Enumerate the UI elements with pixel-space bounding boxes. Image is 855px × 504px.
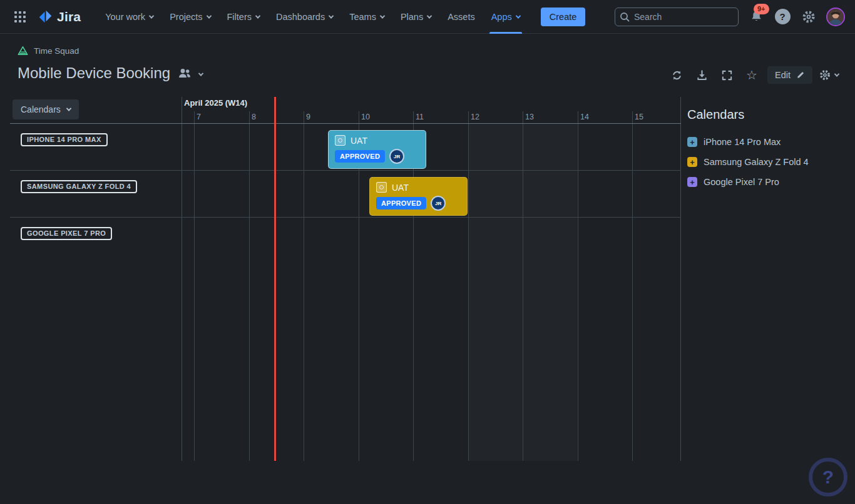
day-label: 15 <box>635 113 643 121</box>
app-switcher-icon[interactable] <box>10 7 30 27</box>
chevron-down-icon <box>255 13 260 18</box>
nav-item-projects[interactable]: Projects <box>161 0 218 34</box>
chevron-down-icon <box>427 13 432 18</box>
booking-event-samsung[interactable]: UAT APPROVED JR <box>369 177 468 216</box>
calendar-item-iphone[interactable]: + iPhone 14 Pro Max <box>687 132 844 152</box>
day-gridline <box>632 111 633 461</box>
nav-item-label: Your work <box>105 12 145 22</box>
jira-logo-icon <box>38 9 53 24</box>
calendar-item-label: Google Pixel 7 Pro <box>704 177 779 187</box>
row-divider <box>10 217 681 218</box>
question-mark-icon: ? <box>775 9 791 24</box>
refresh-button[interactable] <box>667 66 686 84</box>
user-avatar[interactable] <box>826 8 845 26</box>
jira-calendar-page: Jira Your work Projects Filters Dashboar… <box>0 0 855 504</box>
nav-item-filters[interactable]: Filters <box>219 0 268 34</box>
chevron-down-icon <box>329 13 334 18</box>
notifications-button[interactable]: 9+ <box>747 8 765 26</box>
chevron-down-icon <box>834 71 839 76</box>
settings-button[interactable] <box>800 8 817 26</box>
day-label: 9 <box>306 113 310 121</box>
logo-text: Jira <box>57 9 81 24</box>
fullscreen-button[interactable] <box>717 66 736 84</box>
today-marker-line <box>274 97 276 461</box>
day-gridline <box>578 111 578 461</box>
month-label: April 2025 (W14) <box>184 98 247 108</box>
event-header: UAT <box>335 135 419 146</box>
nav-item-teams[interactable]: Teams <box>341 0 392 34</box>
calendar-item-pixel[interactable]: + Google Pixel 7 Pro <box>687 172 844 192</box>
favorite-button[interactable]: ☆ <box>742 66 761 84</box>
jira-logo[interactable]: Jira <box>38 9 81 24</box>
day-label: 11 <box>416 113 424 121</box>
header-actions: ☆ Edit <box>667 66 839 84</box>
people-icon[interactable] <box>178 68 192 79</box>
day-label: 8 <box>252 113 256 121</box>
board-settings-button[interactable] <box>819 69 839 81</box>
help-button[interactable]: ? <box>774 8 791 26</box>
nav-item-your-work[interactable]: Your work <box>97 0 161 34</box>
nav-item-dashboards[interactable]: Dashboards <box>268 0 341 34</box>
event-title: UAT <box>392 183 409 193</box>
day-gridline <box>468 111 469 461</box>
timeline-board: April 2025 (W14) 7 8 9 10 11 12 13 14 15… <box>0 97 683 461</box>
calendar-item-label: iPhone 14 Pro Max <box>704 137 781 147</box>
gear-icon <box>801 9 816 24</box>
breadcrumb[interactable]: Time Squad <box>18 46 79 56</box>
nav-item-assets[interactable]: Assets <box>439 0 483 34</box>
resource-row-label: GOOGLE PIXEL 7 PRO <box>21 227 112 240</box>
nav-right-cluster: 9+ ? <box>615 8 845 26</box>
project-triangle-icon <box>18 46 28 56</box>
search-input[interactable] <box>615 8 739 26</box>
day-gridline <box>523 111 523 461</box>
star-icon: ☆ <box>746 69 757 81</box>
search-icon <box>620 12 630 22</box>
day-gridline <box>249 111 250 461</box>
assignee-avatar[interactable]: JR <box>431 196 446 211</box>
pencil-icon <box>796 71 805 79</box>
nav-item-label: Filters <box>227 12 252 22</box>
export-button[interactable] <box>692 66 711 84</box>
floating-help-button[interactable]: ? <box>809 458 847 496</box>
search-box <box>615 8 739 26</box>
question-mark-icon: ? <box>822 466 834 488</box>
calendar-item-label: Samsung Galaxy Z Fold 4 <box>704 157 809 167</box>
calendar-item-samsung[interactable]: + Samsung Galaxy Z Fold 4 <box>687 152 844 172</box>
calendars-sidebar-heading: Calendars <box>687 108 844 122</box>
edit-button[interactable]: Edit <box>767 66 812 84</box>
resource-row-label: IPHONE 14 PRO MAX <box>21 133 108 146</box>
nav-item-label: Dashboards <box>276 12 325 22</box>
event-header: UAT <box>376 182 461 193</box>
asset-object-icon <box>376 182 387 193</box>
nav-item-label: Projects <box>170 12 202 22</box>
fullscreen-icon <box>721 69 733 81</box>
booking-event-iphone[interactable]: UAT APPROVED JR <box>328 130 426 169</box>
chevron-down-icon <box>206 13 211 18</box>
weekend-column <box>468 124 523 461</box>
page-title: Mobile Device Booking <box>18 64 170 82</box>
avatar-photo <box>827 9 844 25</box>
primary-nav: Your work Projects Filters Dashboards Te… <box>97 0 528 34</box>
download-icon <box>696 69 708 81</box>
chevron-down-icon <box>380 13 385 18</box>
nav-item-plans[interactable]: Plans <box>392 0 439 34</box>
chevron-down-icon <box>149 13 154 18</box>
refresh-icon <box>671 69 683 81</box>
chevron-down-icon[interactable] <box>198 71 203 76</box>
weekend-column <box>523 124 577 461</box>
nav-item-label: Apps <box>491 12 512 22</box>
header-underline <box>10 123 681 124</box>
assignee-avatar[interactable]: JR <box>389 149 404 164</box>
create-button[interactable]: Create <box>541 8 586 26</box>
timeline-left-boundary <box>182 97 182 461</box>
event-meta: APPROVED JR <box>335 149 419 164</box>
nav-item-label: Assets <box>448 12 475 22</box>
nav-item-label: Teams <box>349 12 376 22</box>
calendar-plus-icon: + <box>687 177 697 187</box>
day-gridline <box>194 111 195 461</box>
gear-icon <box>819 69 831 81</box>
nav-item-label: Plans <box>401 12 423 22</box>
nav-item-apps[interactable]: Apps <box>483 0 528 34</box>
grid-dots-icon <box>14 11 26 23</box>
notification-count-badge: 9+ <box>754 4 769 14</box>
